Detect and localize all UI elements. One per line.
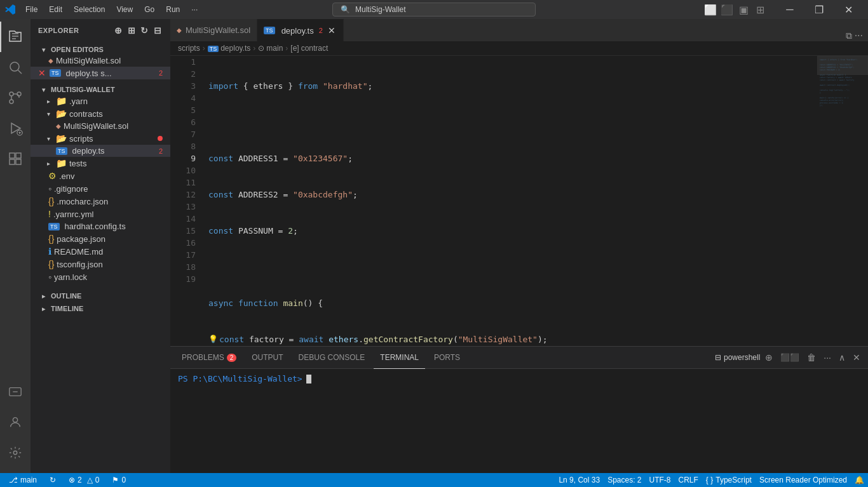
readme-label: README.md [54, 247, 165, 257]
add-terminal-icon[interactable]: ⊕ [763, 351, 775, 364]
breadcrumb-main[interactable]: ⊙main [258, 44, 283, 53]
powershell-label[interactable]: ⊟ powershell [715, 353, 760, 362]
close-tab-icon[interactable]: ✕ [38, 68, 46, 78]
sidebar-item-sol[interactable]: ◆ MultiSigWallet.sol [31, 120, 170, 132]
ln-8: 8 [175, 140, 196, 152]
sidebar-item-deploy-ts[interactable]: TS deploy.ts 2 [31, 145, 170, 157]
open-editor-sol[interactable]: ◆ MultiSigWallet.sol [31, 55, 170, 67]
menu-more[interactable]: ··· [186, 4, 203, 15]
menu-file[interactable]: File [20, 4, 43, 15]
collapse-all-icon[interactable]: ⊟ [153, 24, 163, 37]
sidebar-item-gitignore[interactable]: ◦ .gitignore [31, 182, 170, 195]
breadcrumb-contract[interactable]: [e]contract [290, 44, 328, 53]
breadcrumb-sep2: › [253, 44, 255, 53]
search-bar[interactable]: 🔍 MultiSig-Wallet [332, 3, 536, 17]
title-bar-center: 🔍 MultiSig-Wallet [291, 3, 577, 17]
sidebar-item-hardhat[interactable]: TS hardhat.config.ts [31, 220, 170, 232]
panel-tab-terminal[interactable]: TERMINAL [374, 347, 425, 369]
sidebar-item-package[interactable]: {} package.json [31, 232, 170, 245]
activity-run-debug[interactable] [0, 113, 31, 143]
status-bell[interactable]: 🔔 [851, 473, 868, 487]
menu-view[interactable]: View [111, 4, 138, 15]
activity-extensions[interactable] [0, 143, 31, 174]
language-label: TypeScript [715, 476, 752, 484]
package-label: package.json [57, 234, 165, 244]
close-panel-icon[interactable]: ✕ [850, 351, 863, 364]
layout-icon2[interactable]: ⬛ [719, 2, 735, 17]
error-count: 2 [78, 476, 82, 484]
menu-run[interactable]: Run [161, 4, 185, 15]
sidebar-item-scripts[interactable]: ▾ 📂 scripts [31, 132, 170, 145]
sidebar-item-yarn[interactable]: ▸ 📁 .yarn [31, 95, 170, 107]
code-editor: 1 2 3 4 5 6 7 8 9 10 11 12 13 14 15 16 1 [170, 56, 817, 346]
new-folder-icon[interactable]: ⊞ [126, 24, 137, 37]
more-panel-icon[interactable]: ··· [821, 351, 834, 364]
status-cursor[interactable]: Ln 9, Col 33 [555, 473, 604, 487]
split-editor-icon[interactable]: ⧉ [846, 30, 852, 41]
open-editors-section[interactable]: ▾ OPEN EDITORS [31, 42, 170, 55]
close-button[interactable]: ✕ [834, 0, 863, 19]
menu-edit[interactable]: Edit [44, 4, 67, 15]
breadcrumb-file[interactable]: TSdeploy.ts [208, 44, 251, 53]
split-terminal-icon[interactable]: ⬛⬛ [778, 352, 802, 363]
sidebar-item-readme[interactable]: ℹ README.md [31, 245, 170, 258]
ts-icon-open: TS [50, 69, 61, 77]
tab-sol[interactable]: ◆ MultiSigWallet.sol [170, 19, 257, 41]
panel-tab-ports[interactable]: PORTS [428, 347, 466, 369]
new-file-icon[interactable]: ⊕ [113, 24, 124, 37]
status-sync[interactable]: ↻ [46, 473, 60, 487]
activity-settings[interactable] [0, 437, 31, 468]
refresh-icon[interactable]: ↻ [139, 24, 150, 37]
minimize-button[interactable]: ─ [775, 0, 804, 19]
sidebar-item-contracts[interactable]: ▾ 📂 contracts [31, 107, 170, 120]
sidebar-item-env[interactable]: ⚙ .env [31, 170, 170, 182]
layout-icon1[interactable]: ⬜ [703, 2, 718, 17]
contracts-folder-icon: 📂 [56, 109, 67, 119]
layout-icon3[interactable]: ▣ [736, 2, 751, 17]
tsconfig-label: tsconfig.json [57, 260, 165, 269]
status-info[interactable]: ⚑ 0 [108, 473, 130, 487]
package-inner: {} package.json [48, 234, 170, 244]
layout-icon4[interactable]: ⊞ [752, 2, 768, 17]
env-file-icon: ⚙ [48, 171, 57, 181]
maximize-button[interactable]: ❐ [804, 0, 834, 19]
tests-inner: ▸ 📁 tests [43, 158, 170, 168]
tab-close-icon[interactable]: ✕ [327, 25, 337, 36]
status-eol[interactable]: CRLF [675, 473, 702, 487]
activity-account[interactable] [0, 407, 31, 437]
menu-go[interactable]: Go [139, 4, 159, 15]
status-language[interactable]: { } TypeScript [702, 473, 756, 487]
activity-search[interactable] [0, 52, 31, 83]
spaces-label: Spaces: 2 [607, 476, 641, 484]
tab-deploy-ts[interactable]: TS deploy.ts 2 ✕ [257, 19, 344, 41]
panel-tab-problems[interactable]: PROBLEMS 2 [175, 347, 243, 369]
sidebar-item-tsconfig[interactable]: {} tsconfig.json [31, 258, 170, 270]
activity-remote[interactable] [0, 377, 31, 407]
breadcrumb-scripts[interactable]: scripts [178, 44, 200, 53]
panel-tab-output[interactable]: OUTPUT [245, 347, 289, 369]
sidebar-item-mocharc[interactable]: {} .mocharc.json [31, 195, 170, 208]
svg-point-15 [13, 418, 17, 422]
status-screen-reader[interactable]: Screen Reader Optimized [756, 473, 851, 487]
run-debug-icon [8, 121, 23, 136]
open-editor-deploy-ts[interactable]: ✕ TS deploy.ts s... 2 [31, 67, 170, 79]
status-errors[interactable]: ⊗ 2 △ 0 [65, 473, 103, 487]
status-spaces[interactable]: Spaces: 2 [604, 473, 645, 487]
sidebar-item-tests[interactable]: ▸ 📁 tests [31, 157, 170, 170]
activity-source-control[interactable] [0, 83, 31, 113]
status-branch[interactable]: ⎇ main [5, 473, 41, 487]
outline-section[interactable]: ▸ OUTLINE [31, 288, 170, 301]
activity-explorer[interactable] [0, 22, 31, 52]
project-section[interactable]: ▾ MULTISIG-WALLET [31, 82, 170, 95]
code-content[interactable]: import { ethers } from "hardhat"; const … [201, 56, 817, 346]
menu-selection[interactable]: Selection [69, 4, 110, 15]
panel-content[interactable]: PS P:\BC\MultiSig-Wallet> [170, 369, 868, 473]
maximize-panel-icon[interactable]: ∧ [836, 351, 848, 364]
panel-tab-debug-console[interactable]: DEBUG CONSOLE [292, 347, 372, 369]
sidebar-item-yarnlock[interactable]: ◦ yarn.lock [31, 270, 170, 283]
sidebar-item-yarnrc[interactable]: ! .yarnrc.yml [31, 208, 170, 220]
status-encoding[interactable]: UTF-8 [646, 473, 675, 487]
more-actions-icon[interactable]: ··· [855, 30, 863, 41]
kill-terminal-icon[interactable]: 🗑 [804, 351, 818, 364]
timeline-section[interactable]: ▸ TIMELINE [31, 301, 170, 314]
